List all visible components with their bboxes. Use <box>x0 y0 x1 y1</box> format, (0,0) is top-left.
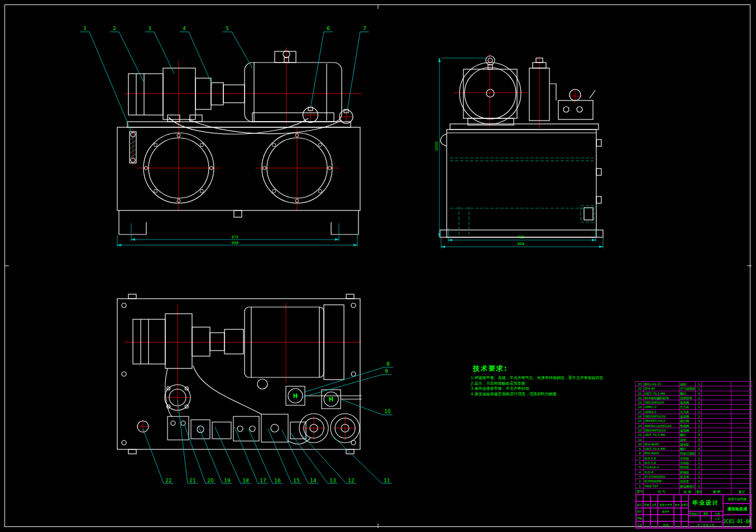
bom-cell-mat <box>702 470 731 475</box>
bom-cell-qty: 1 <box>696 428 702 433</box>
bom-cell-no: 6 <box>636 461 644 465</box>
callout-11: 11 <box>384 478 390 483</box>
bom-cell-no: 19 <box>636 400 644 405</box>
callout-20: 20 <box>207 478 214 483</box>
front-centerlines <box>124 47 362 211</box>
tb-empty <box>643 521 650 528</box>
bom-cell-name: 溢流阀 <box>680 428 696 433</box>
tb-empty <box>681 515 688 521</box>
bom-cell-qty: 1 <box>696 484 702 488</box>
bom-cell-name: 冷却器 <box>680 461 696 465</box>
bom-cell-name: 螺钉 <box>680 433 696 437</box>
bom-cell-code: GM64-3 <box>644 410 680 414</box>
dim-front-outer: 984 <box>232 241 238 245</box>
bom-cell-rem <box>731 410 752 414</box>
bom-cell-code: GB/T 70.1 M8 <box>644 391 680 396</box>
bom-cell-qty: 1 <box>696 479 702 483</box>
bom-cell-code: RFA-40X5 <box>644 451 680 456</box>
callout-7: 7 <box>363 26 366 31</box>
top-view: H H 22 21 20 19 18 17 <box>117 294 393 483</box>
tb-label-sign: 签名 <box>674 501 681 508</box>
title-block-center: 毕业设计 阶段标记 重量 比例 1:4 共 1 张 第 1 张 <box>688 495 723 528</box>
bom-cell-rem <box>731 461 752 465</box>
tb-empty <box>674 515 681 521</box>
bom-cell-name: 压力表 <box>680 405 696 409</box>
tb-empty <box>658 515 674 521</box>
svg-text:H: H <box>293 393 298 399</box>
bom-cell-no: 1 <box>636 484 644 488</box>
bom-row: 14 4WE6A-L6X/EG24 电磁阀 1 <box>636 424 752 428</box>
callout-14: 14 <box>310 478 317 483</box>
bom-cell-mat <box>702 475 731 479</box>
callout-22: 22 <box>165 478 171 483</box>
project-name: 毕业设计 <box>688 495 723 511</box>
bom-cell-no: 8 <box>636 451 644 456</box>
callout-1: 1 <box>83 26 87 31</box>
bom-cell-rem <box>731 438 752 442</box>
dim-side-height: 1000 <box>434 142 439 151</box>
title-block: 标记 处数 分区 更改文件号 签名 年月日 设计 标准化 审核 工艺 <box>635 494 752 529</box>
tb-label-design: 设计 <box>636 508 643 515</box>
bom-cell-no: 11 <box>636 438 644 442</box>
callout-17: 17 <box>260 478 266 483</box>
bom-cell-no: 22 <box>636 386 644 391</box>
front-callouts: 1 2 3 4 5 6 7 <box>80 26 369 134</box>
bom-cell-no: 13 <box>636 428 644 433</box>
bom-cell-code: DBDS6P10/20 <box>644 414 680 419</box>
bom-cell-no: 20 <box>636 396 644 400</box>
tb-empty <box>643 495 650 501</box>
bom-cell-name: 冷却器 <box>680 456 696 461</box>
bom-cell-code: GM6C-3 <box>644 405 680 409</box>
tb-empty <box>636 495 643 501</box>
tb-label-process: 工艺 <box>636 521 643 528</box>
callout-4: 4 <box>183 26 186 31</box>
bom-row: 23 JB01-01-23 油箱 1 <box>636 382 752 386</box>
bom-cell-rem <box>731 414 752 419</box>
drawing-number: JC01-01-00 <box>723 515 752 528</box>
bom-cell-name: 联轴器 <box>680 470 696 475</box>
tb-label-count: 处数 <box>643 501 650 508</box>
school-name: 机电工程学院 <box>723 495 752 504</box>
bom-cell-qty: 1 <box>696 470 702 475</box>
bom-cell-qty: 1 <box>696 419 702 423</box>
bom-cell-code: 4L5-1.8 <box>644 461 680 465</box>
tb-empty <box>650 515 658 521</box>
callout-19: 19 <box>224 478 231 483</box>
front-view: 875 984 1 2 3 4 5 6 7 <box>80 26 369 247</box>
dim-front-inner: 875 <box>232 235 238 239</box>
tb-label-weight: 重量 <box>700 511 712 516</box>
tb-empty <box>674 495 681 501</box>
bom-row: 13 DBDS6P10/10 溢流阀 1 <box>636 428 752 433</box>
side-hidden-lines <box>450 158 594 237</box>
tb-label-change-file: 更改文件号 <box>658 501 674 508</box>
dim-side-outer: 804 <box>518 242 524 246</box>
top-pump-motor <box>133 305 344 389</box>
bom-cell-no: 4 <box>636 470 644 475</box>
bom-cell-code: GB/T 70.1 M8 <box>644 447 680 451</box>
tb-empty <box>650 521 658 528</box>
bom-cell-name: 螺钉 <box>680 391 696 396</box>
bom-cell-name: 连接软管 <box>680 396 696 400</box>
bom-cell-name: 齿轮泵 <box>680 479 696 483</box>
bom-cell-qty: 4 <box>696 447 702 451</box>
bom-row: 20 Φ16钢丝编织软管 连接软管 1 <box>636 396 752 400</box>
callout-12: 12 <box>348 478 354 483</box>
callout-6: 6 <box>327 26 330 31</box>
callout-10: 10 <box>384 409 391 414</box>
bom-cell-qty: 1 <box>696 475 702 479</box>
title-block-revision-area: 标记 处数 分区 更改文件号 签名 年月日 设计 标准化 审核 工艺 <box>636 495 688 528</box>
tb-label-approve: 批准 <box>658 521 674 528</box>
technical-requirement-item: 4.液压油箱按规定期限进行清洗，清洗材料为面团 <box>471 392 621 397</box>
technical-requirement-item: 1.焊缝需平整、美观，不允许有气孔、夹渣等焊接缺陷，更不允许有裂纹存在 <box>471 376 621 381</box>
bom-cell-qty: 1 <box>696 405 702 409</box>
bom-cell-qty: 1 <box>696 396 702 400</box>
tb-stage-value <box>688 516 700 522</box>
top-callouts-bottom: 22 21 20 19 18 17 16 15 14 13 12 11 <box>143 400 392 483</box>
bom-cell-qty: 1 <box>696 400 702 405</box>
callout-13: 13 <box>329 478 336 483</box>
bom-cell-code <box>644 438 680 442</box>
bom-row: 6 4L5-1.8 冷却器 1 <box>636 461 752 465</box>
bom-cell-code: YLD-4 <box>644 470 680 475</box>
bom-cell-mat <box>702 428 731 433</box>
callout-21: 21 <box>189 478 195 483</box>
